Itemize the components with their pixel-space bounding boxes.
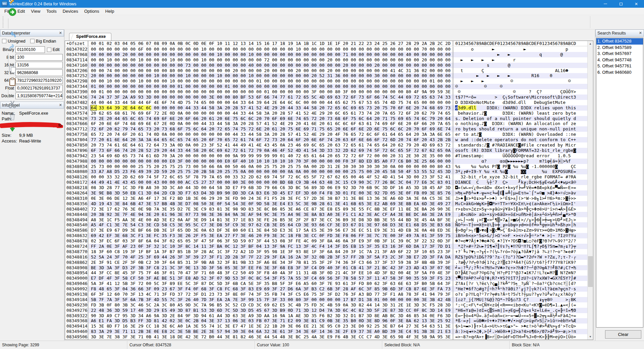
hex-row-08348034[interactable]: 0834803425 73 00 00 00 00 25 75 20 25 75…: [65, 164, 587, 169]
hex-row-08349276[interactable]: 0834927622 48 36 3D 59 17 40 3D 29 E5 49…: [65, 308, 587, 313]
hex-bytes[interactable]: 08 3D 28 77 1C 3D FB A8 30 3D 3C A0 44 3…: [89, 185, 450, 190]
edit-checkbox[interactable]: Edit: [47, 47, 60, 52]
hex-bytes[interactable]: 4D 19 43 3E 84 6B 47 3E 57 BB 4B 3E D7 0…: [89, 201, 450, 207]
text-bytes[interactable]: %s %u %u%s Pf◙ PF◙ %u %u◙ -1.000000◙ ÇC: [452, 164, 576, 169]
hex-bytes[interactable]: 6F 3F 12 60 70 3F 13 4C 71 3F FD 37 72 3…: [89, 292, 450, 297]
hex-row-08349184[interactable]: 083491845B 7F 7A 3F 5F 6A 7B 3F 4D 55 7C…: [65, 297, 587, 302]
hex-row-08347298[interactable]: 0834729800 00 10 00 00 00 10 00 00 00 10…: [65, 78, 587, 84]
text-bytes[interactable]: iB∩>h<±>ⁿ5≤>&/⌡>Ω'≈>F ∙><↑√>╠☼²>°♠ >|~ ?…: [452, 233, 576, 238]
hex-bytes[interactable]: 00 00 33 32 2D 62 69 74 5F 72 6C 65 5F 7…: [89, 174, 450, 180]
text-bytes[interactable]: t$7?*⌐ô= > Ç┐Software\Microsoft\Direct3: [452, 95, 576, 100]
text-bytes[interactable]: ╛=:?╙/;?╚!<?₧‼=?V♣>?ε÷>?hΦ??─┘@?☺╦A?!╝B?…: [452, 265, 576, 271]
hex-bytes[interactable]: 69 42 EF 3E 68 3C F1 3E FC 35 F3 3E 26 2…: [89, 233, 450, 238]
hex-bytes[interactable]: 2E 3F 91 CE 2F 3F 0B C2 30 3F 64 B5 31 3…: [89, 260, 450, 265]
hex-bytes[interactable]: 20 00 00 00 00 00 00 00 10 00 00 00 10 0…: [89, 73, 450, 78]
menu-view[interactable]: View: [28, 8, 43, 14]
text-bytes[interactable]: ²;☼Ç;<F\*<ÇÑ¥<zû╡<R══<ibσ<Ku²<KY◙=éD¶=1.…: [452, 302, 576, 308]
text-bytes[interactable]: Z?A↕[?r \?ëε\?ç▄]?k╩^?5╕_?µÑ`?~ôa?²Çb?cn…: [452, 281, 576, 286]
hex-row-08349506[interactable]: 083495063D 3E 7E 38 3F 3E 71 0B 41 3E 18…: [65, 334, 587, 340]
hex-row-08349046[interactable]: 083490465A 3F 41 12 5B 3F 72 00 5C 3F 89…: [65, 281, 587, 286]
search-result-4[interactable]: 4. Offset 9457748: [596, 57, 643, 63]
undo-icon[interactable]: [6, 28, 18, 41]
hex-bytes[interactable]: 90 3D A9 C7 95 3D 34 A6 9A 3D 2E 84 9F 3…: [89, 313, 450, 318]
hex-bytes[interactable]: 20 73 74 61 6E 64 61 72 64 73 3A 0D 0A 0…: [89, 142, 450, 148]
hex-row-08349414[interactable]: 0834941415 3E 8D F7 16 3E 29 CC 18 3E 6C…: [65, 324, 587, 329]
text-bytes[interactable]: *♫?»#☼?2∟►?î¶◄?║♀↕?┐♦‼?Üⁿ‼?L⌠¶?╒δ§?5π▬?m…: [452, 244, 576, 249]
hex-bytes[interactable]: 44 49 41 4E 43 45 00 00 43 00 00 00 AC C…: [89, 180, 450, 185]
text-bytes[interactable]: D D3DXDoNotMute d3d9d.dll DebugSetMute: [452, 100, 576, 105]
text-bytes[interactable]: "H6=Y↨@=)σI=ç▒S=m|]=╒Eg=╣♪q=↕╘z=lLé=_.ç=…: [452, 308, 576, 313]
checkbox-icon[interactable]: [30, 39, 35, 43]
search-result-3[interactable]: 3. Offset 9457697: [596, 51, 643, 57]
search-results-list[interactable]: 1. Offset 83475282. Offset 94575893. Off…: [596, 38, 643, 328]
64-bit-value-field[interactable]: 7812729603275109220: [15, 77, 63, 84]
hex-bytes[interactable]: 6F 73 6F 66 74 20 28 52 29 20 44 33 44 5…: [89, 148, 450, 153]
hex-row-08348770[interactable]: 0834877018 3F 60 C8 19 3F 1F BF 1A 3F B7…: [65, 249, 587, 254]
hex-row-08347482[interactable]: 0834748244 00 44 33 44 58 44 6F 4E 6F 74…: [65, 100, 587, 105]
text-bytes[interactable]: #Timestamp: ÜÖÖÖÖÖ☺@read error 1.0.5: [452, 153, 576, 159]
hex-row-08348954[interactable]: 0834895444 3F CC 8E 45 3F 75 7F 46 3F 01…: [65, 270, 587, 276]
hex-bytes[interactable]: F8 48 65 3F 04 36 66 3F 09 23 67 3F F4 0…: [89, 286, 450, 292]
text-bytes[interactable]: >₧╕=Pδ┴=♦-╦=≈c╘=╣É▌=╩│µ=Eτ∩=`⌠°=☺■ >Æ}♣>…: [452, 190, 576, 196]
hex-bytes[interactable]: 00 00 00 00 00 00 00 00 00 00 E0 3F 00 0…: [89, 159, 450, 164]
text-bytes[interactable]: r>↨bv>♫¢z>5╥~>╔âü>ÿ¥â>î╢à>ª╬ç>Φσë>Uⁿï>∩◄…: [452, 207, 576, 212]
hex-row-08347114[interactable]: 0834711400 00 10 00 00 00 10 00 00 00 10…: [65, 57, 587, 63]
hex-bytes[interactable]: 25 73 00 00 00 00 25 75 20 25 75 25 73 0…: [89, 164, 450, 169]
hex-bytes[interactable]: 83 3A 29 3E 71 11 2B 3E 0E E8 2C 3E 5B B…: [89, 329, 450, 334]
vertical-scrollbar[interactable]: ▲ ▼: [587, 41, 593, 340]
text-bytes[interactable]: RZ$?pO%?iD&??9'?±-(?⌂")?Ω▬*?2♂+?W +?Z≤,?…: [452, 254, 576, 260]
hex-row-08349368[interactable]: 08349368A6 E1 FA 3D D5 B3 FF 3D 81 42 02…: [65, 318, 587, 324]
hex-row-08347666[interactable]: 083476666F 20 6E 6F 74 68 69 6E 67 2E 0D…: [65, 121, 587, 126]
cursor-byte[interactable]: 64: [91, 105, 96, 110]
close-icon[interactable]: ✕: [639, 31, 642, 35]
hex-row-08347574[interactable]: 0834757420 62 65 68 61 76 69 6F 72 2E 0D…: [65, 111, 587, 116]
hex-row-08348678[interactable]: 0834867802 3F EC 6F 03 3F 8F 6A 04 3F 02…: [65, 238, 587, 244]
text-bytes[interactable]: ro bytes should return a unique non-null…: [452, 126, 576, 132]
hex-bytes[interactable]: 52 5A 24 3F 70 4F 25 3F 69 44 26 3F 3F 3…: [89, 254, 450, 260]
hex-bytes[interactable]: 3E 9E B8 3D 50 EB C1 3D 04 2D CB 3D F7 6…: [89, 190, 450, 196]
hex-bytes[interactable]: 33 A7 A8 D5 23 F6 49 39 2D 59 20 25 75 2…: [89, 169, 450, 174]
8-bit-value-field[interactable]: 100: [15, 54, 63, 61]
hex-bytes[interactable]: 01 00 00 00 00 00 00 00 00 00 00 01 00 0…: [89, 84, 450, 89]
text-bytes[interactable]: ☺ ☺ ☺: [452, 84, 576, 89]
text-bytes[interactable]: ÑO┴>~T├>═X┼>ò\╟>╪_╔>ùb╦>╒d═>ôf╧>╙g╤>ùh╙>…: [452, 222, 576, 228]
minimize-button[interactable]: [598, 0, 613, 8]
tab-spellforce-exe[interactable]: SpellForce.exe: [69, 33, 111, 41]
hex-row-08349138[interactable]: 083491386F 3F 12 60 70 3F 13 4C 71 3F FD…: [65, 292, 587, 297]
text-bytes[interactable]: §>ì≈▬>)╠↑>lá→>Ut∟>τG▲>"← >♠ε!>ò└#>╨Æ%>╖d…: [452, 324, 576, 329]
toolbar-gripper[interactable]: [3, 16, 4, 28]
hex-row-08349460[interactable]: 0834946083 3A 29 3E 71 11 2B 3E 0E E8 2C…: [65, 329, 587, 334]
hex-bytes[interactable]: 72 3E 17 62 76 3E 0E 9B 7A 3E 35 D2 7E 3…: [89, 207, 450, 212]
maximize-button[interactable]: [613, 0, 629, 8]
hex-bytes[interactable]: 44 00 44 33 44 58 44 6F 4E 6F 74 4D 75 7…: [89, 100, 450, 105]
hex-row-08348448[interactable]: 0834844820 3B 92 3E 7F 4E 94 3E 20 61 96…: [65, 212, 587, 217]
clear-button[interactable]: Clear: [605, 330, 641, 339]
hex-row-08348402[interactable]: 0834840272 3E 17 62 76 3E 0E 9B 7A 3E 35…: [65, 207, 587, 212]
hex-row-08348908[interactable]: 08348908BE 3D 3A 3F D3 2F 3B 3F C8 21 3C…: [65, 265, 587, 271]
hex-row-08348172[interactable]: 0834817244 49 41 4E 43 45 00 00 43 00 00…: [65, 180, 587, 185]
copy-icon[interactable]: [6, 63, 18, 76]
hex-row-08348310[interactable]: 083483100E 3E 06 DE 12 3E A6 4F 17 3E F2…: [65, 196, 587, 201]
hex-row-08348126[interactable]: 0834812600 00 33 32 2D 62 69 74 5F 72 6C…: [65, 174, 587, 180]
hex-row-08347758[interactable]: 0834775865 72 20 74 6F 20 61 74 0D 0A 00…: [65, 132, 587, 137]
close-icon[interactable]: ✕: [59, 103, 62, 107]
text-bytes[interactable]: o ► ► p: [452, 47, 576, 52]
menu-devices[interactable]: Devices: [60, 8, 81, 14]
hex-row-08348816[interactable]: 0834881652 5A 24 3F 70 4F 25 3F 69 44 26…: [65, 254, 587, 260]
hex-row-08348218[interactable]: 0834821808 3D 28 77 1C 3D FB A8 30 3D 3C…: [65, 185, 587, 190]
hex-bytes[interactable]: 00 00 74 00 00 00 00 00 00 00 80 00 00 0…: [89, 68, 450, 73]
float-value-field[interactable]: 0,00021762918913737: [15, 85, 63, 92]
scroll-down-icon[interactable]: ▼: [588, 334, 593, 340]
text-bytes[interactable]: osoft (R) D3DX library◙FORMAT=32-bit_rle…: [452, 148, 576, 153]
search-match-text[interactable]: 3d9.dll: [458, 105, 476, 110]
hex-bytes[interactable]: 44 3F CC 8E 45 3F 75 7F 46 3F 01 70 47 3…: [89, 270, 450, 276]
hex-row-08347528[interactable]: 0834752864 33 64 39 2E 64 6C 6C 00 00 00…: [65, 105, 587, 111]
hex-bytes[interactable]: 6F 20 6E 6F 74 68 69 6E 67 2E 0D 0A 00 0…: [89, 121, 450, 126]
text-bytes[interactable]: =>~8?>q♂A>↑▐B>r░D>üéF>DTH>╝%J>Θ÷K>╠╟M>eÿ…: [452, 334, 576, 340]
paste-icon[interactable]: [6, 76, 18, 88]
text-bytes[interactable]: É=⌐╟ò=4ªÜ=.äƒ=öañ=c>⌐=¬▬Ü→«=5÷▓=2╤╖=Ä½╝=…: [452, 313, 576, 318]
hex-row-08348540[interactable]: 08348540A5 4F C1 3E 7E 54 C3 3E CD 58 C5…: [65, 222, 587, 228]
hex-row-08347620[interactable]: 0834762073 2E 20 44 65 6C 65 74 69 6F 6E…: [65, 116, 587, 121]
text-bytes[interactable]: M↓C>äkG>W╗K>╫◘P>☼TT>☼¥X>Σπ\>¢(a>Ake>Γ½i>…: [452, 201, 576, 207]
hex-bytes[interactable]: 23 54 69 6D 65 73 74 61 6D 70 3A 20 00 0…: [89, 153, 450, 159]
